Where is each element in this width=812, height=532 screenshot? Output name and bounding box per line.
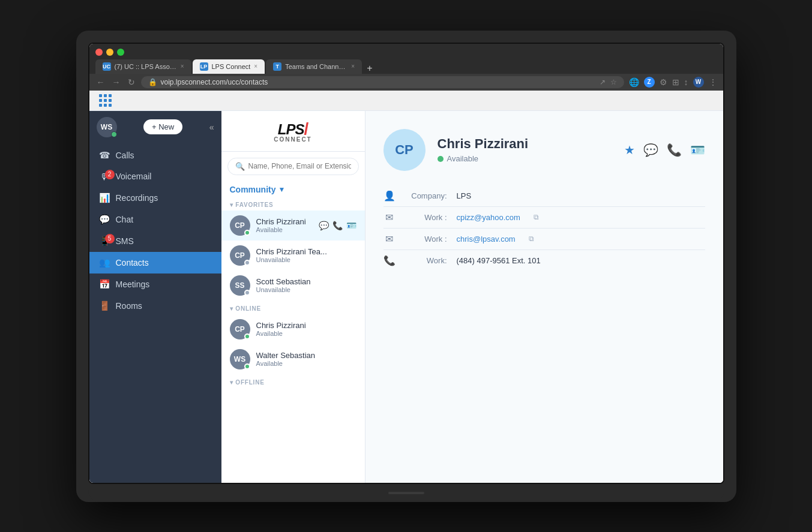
ext-icon-zoom[interactable]: Z — [644, 77, 655, 88]
badge-voicemail: 2 — [105, 170, 115, 179]
search-icon: 🔍 — [235, 162, 245, 171]
logo-connect: CONNECT — [230, 136, 356, 143]
reload-button[interactable]: ↻ — [127, 76, 136, 88]
sidebar-item-voicemail[interactable]: 🎙2Voicemail — [89, 166, 221, 187]
new-tab-button[interactable]: + — [363, 63, 376, 74]
contact-info-cp2: Chris Pizzirani Tea...Unavailable — [256, 247, 356, 263]
contact-item-ws1[interactable]: WSWalter SebastianAvailable — [221, 344, 365, 374]
call-action[interactable]: 📞 — [332, 221, 343, 230]
collapse-sidebar-button[interactable]: « — [209, 122, 214, 132]
ext-icon-4[interactable]: ↕ — [684, 77, 688, 87]
bookmark-icon[interactable]: ☆ — [610, 78, 617, 86]
ext-icon-w[interactable]: W — [693, 77, 704, 88]
ext-icon-grid[interactable]: ⊞ — [672, 77, 679, 87]
sidebar-item-calls[interactable]: ☎Calls — [89, 145, 221, 166]
forward-button[interactable]: → — [111, 76, 122, 88]
meetings-icon: 📅 — [99, 279, 110, 290]
user-avatar[interactable]: WS — [97, 117, 117, 137]
sidebar-item-rooms[interactable]: 🚪Rooms — [89, 295, 221, 317]
sidebar-item-chat[interactable]: 💬Chat — [89, 209, 221, 230]
contact-info-ws1: Walter SebastianAvailable — [256, 351, 356, 367]
ext-icon-1[interactable]: 🌐 — [629, 77, 639, 87]
logo-slash: / — [304, 119, 308, 138]
sidebar-item-contacts[interactable]: 👥Contacts — [89, 252, 221, 273]
contact-name-cp1: Chris Pizzirani — [256, 217, 313, 226]
copy-icon-1[interactable]: ⧉ — [534, 213, 539, 221]
menu-button[interactable]: ⋮ — [709, 77, 717, 87]
tab-favicon-tab2: LP — [200, 62, 208, 71]
call-button[interactable]: 📞 — [667, 143, 682, 157]
sidebar-item-label-chat: Chat — [116, 215, 134, 224]
browser-tab-tab2[interactable]: LPLPS Connect× — [193, 59, 265, 74]
logo-lps: LPS — [278, 121, 304, 137]
contact-avatar-cp3: CP — [230, 319, 250, 339]
field-label-0: Company: — [405, 191, 447, 200]
contacts-icon: 👥 — [99, 257, 110, 268]
contact-list: ▾FAVORITESCPChris PizziraniAvailable💬📞🪪C… — [221, 197, 365, 483]
badge-sms: 5 — [105, 234, 115, 244]
contact-avatar-cp1: CP — [230, 215, 250, 236]
availability-text: Available — [447, 154, 479, 163]
logo-area: LPS/ CONNECT — [221, 111, 365, 152]
sidebar-item-recordings[interactable]: 📊Recordings — [89, 187, 221, 209]
browser-tab-tab3[interactable]: TTeams and Channels | Custom...× — [266, 59, 362, 74]
contact-item-cp1[interactable]: CPChris PizziraniAvailable💬📞🪪 — [221, 211, 365, 241]
contact-item-cp3[interactable]: CPChris PizziraniAvailable — [221, 314, 365, 344]
sidebar-item-meetings[interactable]: 📅Meetings — [89, 273, 221, 295]
apps-grid-icon[interactable] — [99, 94, 112, 107]
detail-field-row-3: 📞Work:(484) 497-9561 Ext. 101 — [383, 250, 705, 271]
sidebar-item-label-recordings: Recordings — [116, 193, 158, 203]
tab-close-tab2[interactable]: × — [254, 63, 257, 70]
sidebar-nav: ☎Calls🎙2Voicemail📊Recordings💬Chat📱5SMS👥C… — [89, 140, 221, 483]
back-button[interactable]: ← — [95, 76, 106, 88]
chat-action[interactable]: 💬 — [319, 221, 329, 230]
contact-name-ws1: Walter Sebastian — [256, 351, 356, 360]
tab-favicon-tab3: T — [273, 62, 281, 71]
field-icon-phone-3: 📞 — [383, 255, 395, 266]
sidebar: WS + New « ☎Calls🎙2Voicemail📊Recordings💬… — [89, 111, 221, 483]
copy-icon-2[interactable]: ⧉ — [529, 235, 534, 243]
section-header-favorites: ▾FAVORITES — [221, 197, 365, 211]
contact-status-ws1: Available — [256, 360, 356, 367]
community-chevron-icon: ▼ — [278, 185, 286, 194]
sidebar-item-label-meetings: Meetings — [116, 279, 150, 289]
contact-avatar-ws1: WS — [230, 349, 250, 369]
tab-close-tab1[interactable]: × — [181, 63, 184, 70]
search-bar[interactable]: 🔍 — [227, 158, 359, 175]
status-dot-ss1 — [244, 290, 250, 296]
sidebar-item-label-contacts: Contacts — [116, 258, 149, 267]
tab-close-tab3[interactable]: × — [351, 63, 355, 70]
chat-icon: 💬 — [99, 214, 110, 225]
maximize-window-btn[interactable] — [117, 49, 124, 56]
detail-panel: CP Chris Pizzirani Available ★ 💬 📞 🪪 — [365, 111, 723, 483]
detail-avatar: CP — [383, 129, 426, 171]
contact-status-cp1: Available — [256, 226, 313, 233]
minimize-window-btn[interactable] — [106, 49, 113, 56]
status-dot-cp2 — [244, 260, 250, 266]
favorite-button[interactable]: ★ — [624, 143, 635, 157]
url-bar[interactable]: voip.lpsconnect.com/ucc/contacts — [161, 78, 268, 86]
sidebar-item-label-sms: SMS — [116, 236, 134, 246]
new-button[interactable]: + New — [143, 119, 182, 134]
recordings-icon: 📊 — [99, 193, 110, 203]
close-window-btn[interactable] — [95, 49, 103, 56]
contact-info-cp1: Chris PizziraniAvailable — [256, 217, 313, 233]
field-icon-email-2: ✉ — [383, 233, 395, 245]
browser-tab-tab1[interactable]: UC(7) UC :: LPS Associates, LLC× — [95, 59, 191, 74]
card-action[interactable]: 🪪 — [346, 221, 356, 230]
section-header-online: ▾ONLINE — [221, 300, 365, 314]
field-value-1[interactable]: cpizz@yahoo.com — [457, 213, 520, 222]
chat-button[interactable]: 💬 — [643, 143, 658, 157]
ext-icon-3[interactable]: ⚙ — [660, 77, 667, 87]
sidebar-item-sms[interactable]: 📱5SMS — [89, 230, 221, 252]
sidebar-item-label-voicemail: Voicemail — [116, 172, 152, 181]
contact-card-button[interactable]: 🪪 — [690, 143, 705, 157]
community-header[interactable]: Community ▼ — [221, 181, 365, 197]
search-input[interactable] — [248, 162, 351, 170]
external-link-icon[interactable]: ↗ — [600, 78, 606, 86]
field-icon-email-1: ✉ — [383, 212, 395, 223]
field-value-2[interactable]: chris@lpsav.com — [457, 235, 516, 244]
contact-item-cp2[interactable]: CPChris Pizzirani Tea...Unavailable — [221, 241, 365, 270]
contact-actions-cp1: 💬📞🪪 — [319, 221, 356, 230]
contact-item-ss1[interactable]: SSScott SebastianUnavailable — [221, 270, 365, 300]
